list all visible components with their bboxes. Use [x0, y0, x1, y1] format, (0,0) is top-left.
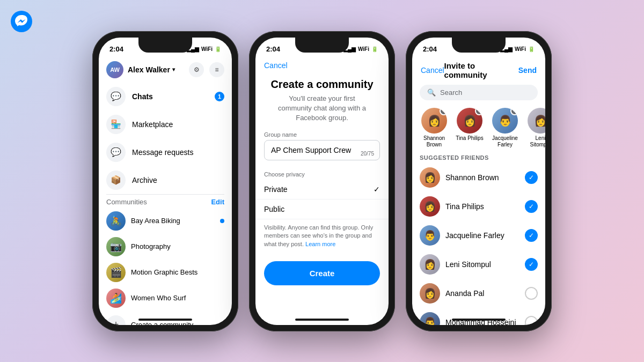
friend-ananda[interactable]: 👩 Ananda Pal	[412, 279, 545, 308]
chats-icon: 💬	[106, 87, 126, 106]
status-icons-3: ▂▄▆ WiFi 🔋	[500, 46, 535, 52]
selected-tina-avatar: 👩 ×	[457, 108, 482, 134]
community-photography[interactable]: 📷 Photography	[99, 234, 232, 260]
marketplace-label: Marketplace	[132, 120, 173, 129]
p2-group-name-section: Group name AP Chem Support Crew 20/75	[255, 131, 389, 165]
p2-privacy-label: Choose privacy	[255, 171, 389, 178]
notch-2	[295, 38, 349, 53]
p2-create-button[interactable]: Create	[264, 261, 380, 285]
community-women-surf[interactable]: 🏄 Women Who Surf	[99, 285, 232, 311]
bay-area-biking-avatar: 🚴	[106, 211, 126, 231]
bay-area-biking-label: Bay Area Biking	[131, 217, 180, 225]
friend-shannon[interactable]: 👩 Shannon Brown ✓	[412, 163, 545, 192]
p2-group-name-input[interactable]: AP Chem Support Crew 20/75	[264, 140, 380, 160]
selected-leni[interactable]: 👩 × Leni Sitompul	[526, 108, 545, 148]
nav-item-marketplace[interactable]: 🏪 Marketplace	[99, 110, 232, 138]
status-icons-1: ▂▄▆ WiFi 🔋	[187, 46, 221, 52]
ananda-check[interactable]	[525, 287, 538, 300]
selected-tina[interactable]: 👩 × Tina Philips	[455, 108, 484, 148]
p2-option-public[interactable]: Public	[255, 200, 389, 219]
selected-jacqueline-avatar: 👨 ×	[492, 108, 518, 134]
remove-shannon-btn[interactable]: ×	[440, 108, 447, 115]
p2-visibility-text: Visibility. Anyone can find this group. …	[255, 219, 389, 253]
photography-avatar: 📷	[106, 237, 126, 256]
remove-jacqueline-btn[interactable]: ×	[510, 108, 518, 115]
p3-send-button[interactable]: Send	[518, 66, 537, 75]
shannon-name: Shannon Brown	[445, 173, 519, 182]
user-name[interactable]: Alex Walker ▾	[128, 65, 175, 74]
jacqueline-avatar: 👨	[420, 225, 440, 246]
phone-2: 2:04 ▂▄▆ WiFi 🔋 Cancel Create a communit…	[249, 31, 395, 331]
notch-1	[138, 38, 192, 53]
friend-leni[interactable]: 👩 Leni Sitompul ✓	[412, 250, 545, 279]
phones-container: 2:04 ▂▄▆ WiFi 🔋 AW Alex Walker ▾ ⚙	[92, 31, 552, 331]
leni-name: Leni Sitompul	[445, 260, 519, 269]
jacqueline-check[interactable]: ✓	[525, 229, 538, 242]
remove-tina-btn[interactable]: ×	[475, 108, 482, 115]
p2-option-private[interactable]: Private ✓	[255, 180, 389, 200]
selected-leni-avatar: 👩 ×	[528, 108, 545, 134]
selected-jacqueline[interactable]: 👨 × Jacqueline Farley	[491, 108, 519, 148]
p2-char-count: 20/75	[361, 151, 374, 157]
p1-header: AW Alex Walker ▾ ⚙ ≡	[99, 57, 232, 83]
shannon-check[interactable]: ✓	[525, 171, 538, 184]
nav-item-archive[interactable]: 📦 Archive	[99, 166, 232, 194]
status-icons-2: ▂▄▆ WiFi 🔋	[343, 46, 378, 52]
women-surf-label: Women Who Surf	[131, 294, 186, 302]
settings-button[interactable]: ⚙	[189, 62, 204, 77]
p2-group-name-label: Group name	[264, 131, 380, 138]
nav-item-chats[interactable]: 💬 Chats 1	[99, 83, 232, 110]
user-avatar[interactable]: AW	[106, 61, 123, 78]
selected-shannon[interactable]: 👩 × Shannon Brown	[420, 108, 449, 148]
marketplace-icon: 🏪	[106, 115, 126, 134]
svg-point-0	[11, 11, 32, 32]
p3-cancel-button[interactable]: Cancel	[421, 66, 444, 75]
leni-check[interactable]: ✓	[525, 258, 538, 271]
ananda-name: Ananda Pal	[445, 289, 519, 298]
time-1: 2:04	[109, 45, 123, 53]
leni-avatar: 👩	[420, 254, 440, 275]
selected-shannon-avatar: 👩 ×	[421, 108, 447, 134]
communities-label: Communities	[106, 198, 147, 206]
friend-mohammad[interactable]: 👨 Mohammad Hosseini	[412, 308, 545, 325]
chats-badge: 1	[215, 92, 224, 101]
mohammad-avatar: 👨	[420, 312, 440, 325]
phone-1: 2:04 ▂▄▆ WiFi 🔋 AW Alex Walker ▾ ⚙	[92, 31, 238, 331]
motion-graphic-label: Motion Graphic Bests	[131, 268, 197, 276]
archive-label: Archive	[132, 176, 157, 184]
friend-jacqueline[interactable]: 👨 Jacqueline Farley ✓	[412, 221, 545, 250]
user-initials: AW	[110, 67, 120, 73]
ananda-avatar: 👩	[420, 283, 440, 304]
create-community-item[interactable]: + Create a community	[99, 311, 232, 325]
chats-label: Chats	[132, 92, 153, 101]
communities-header: Communities Edit	[99, 195, 232, 208]
home-indicator-1	[138, 319, 192, 321]
p2-private-label: Private	[264, 185, 288, 194]
friend-tina[interactable]: 👩 Tina Philips ✓	[412, 192, 545, 221]
p2-public-label: Public	[264, 205, 284, 213]
mohammad-check[interactable]	[525, 316, 538, 325]
p3-top-bar: Cancel Invite to community Send	[412, 57, 545, 82]
shannon-avatar: 👩	[420, 167, 440, 188]
suggested-friends-label: SUGGESTED FRIENDS	[412, 152, 545, 163]
tina-name: Tina Philips	[445, 202, 519, 211]
p3-search-bar[interactable]: 🔍 Search	[420, 85, 538, 100]
menu-button[interactable]: ≡	[209, 62, 224, 77]
community-bay-area-biking[interactable]: 🚴 Bay Area Biking	[99, 208, 232, 234]
phone-3: 2:04 ▂▄▆ WiFi 🔋 Cancel Invite to communi…	[406, 31, 552, 331]
selected-avatars: 👩 × Shannon Brown 👩 × Tina Philips 👨	[412, 104, 545, 152]
p2-cancel-button[interactable]: Cancel	[264, 61, 288, 70]
time-3: 2:04	[423, 45, 437, 53]
home-indicator-3	[452, 319, 506, 321]
tina-check[interactable]: ✓	[525, 200, 538, 213]
nav-item-message-requests[interactable]: 💬 Message requests	[99, 138, 232, 166]
message-requests-icon: 💬	[106, 143, 126, 162]
p2-subtitle: You'll create your first community chat …	[255, 94, 389, 132]
tina-avatar: 👩	[420, 196, 440, 217]
p3-title: Invite to community	[444, 61, 518, 79]
community-motion-graphic[interactable]: 🎬 Motion Graphic Bests	[99, 260, 232, 285]
communities-edit[interactable]: Edit	[211, 198, 224, 206]
archive-icon: 📦	[106, 171, 126, 190]
search-placeholder: Search	[440, 88, 462, 97]
p2-learn-more[interactable]: Learn more	[305, 241, 335, 247]
